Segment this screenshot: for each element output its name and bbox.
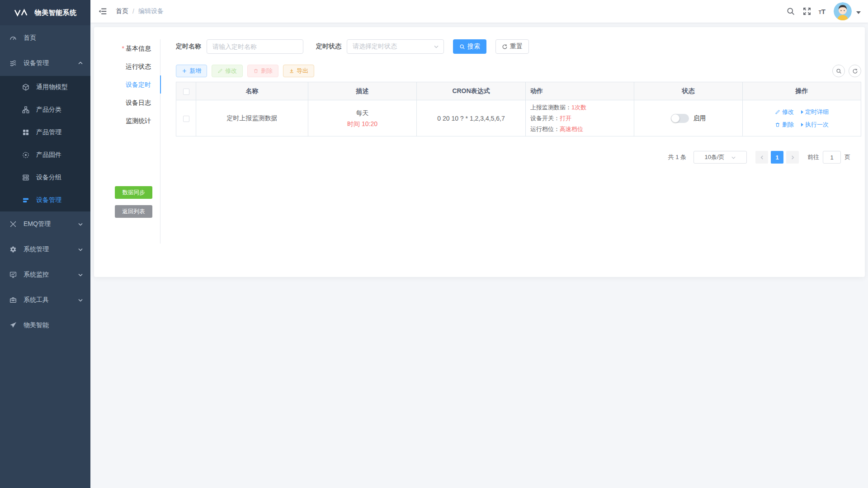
timer-name-label: 定时名称: [176, 42, 201, 51]
data-sync-button[interactable]: 数据同步: [115, 186, 152, 199]
cell-ops: 修改 定时详细 删除: [743, 100, 861, 136]
row-delete-label: 删除: [782, 121, 794, 129]
breadcrumb-home[interactable]: 首页: [116, 7, 128, 15]
table-header-row: 名称 描述 CRON表达式 动作 状态 操作: [176, 82, 861, 100]
row-delete-link[interactable]: 删除: [775, 121, 794, 129]
sidebar-item-home[interactable]: 首页: [0, 25, 90, 51]
sidebar-item-device-list[interactable]: 设备管理: [0, 189, 90, 211]
toggle-search-button[interactable]: [832, 65, 845, 77]
col-header-name: 名称: [196, 82, 308, 100]
user-menu[interactable]: [834, 2, 861, 20]
page-size-select[interactable]: 10条/页: [693, 151, 747, 164]
caret-right-icon: [801, 110, 803, 114]
gear-icon: [9, 245, 17, 253]
sidebar-item-thing-model[interactable]: 通用物模型: [0, 76, 90, 99]
sidebar-item-system-monitor[interactable]: 系统监控: [0, 262, 90, 287]
sidebar-item-product-category[interactable]: 产品分类: [0, 99, 90, 121]
prev-page-button[interactable]: [755, 151, 768, 164]
breadcrumb-separator: /: [132, 8, 134, 15]
status-toggle[interactable]: [671, 114, 689, 123]
topbar: 首页 / 编辑设备 TT: [90, 0, 868, 23]
edit-button[interactable]: 修改: [212, 65, 243, 77]
sidebar-menu: 首页 设备管理 通用物模型: [0, 25, 90, 338]
sidebar-item-device-group[interactable]: 设备分组: [0, 166, 90, 189]
device-management-submenu: 通用物模型 产品分类 产品管理: [0, 76, 90, 211]
timer-table: 名称 描述 CRON表达式 动作 状态 操作 定时上报监测数据: [176, 82, 861, 136]
target-icon: [22, 151, 30, 159]
reset-button[interactable]: 重置: [495, 39, 529, 54]
cell-status: 启用: [634, 100, 743, 136]
timer-panel: 定时名称 定时状态 请选择定时状态 搜索: [160, 39, 865, 277]
col-header-action: 动作: [526, 82, 634, 100]
action-value: 高速档位: [560, 126, 583, 132]
tab-basic-info[interactable]: *基本信息: [94, 39, 160, 57]
next-page-button[interactable]: [786, 151, 799, 164]
goto-page-input[interactable]: [823, 151, 841, 164]
row-run-once-link[interactable]: 执行一次: [801, 121, 829, 129]
search-button[interactable]: 搜索: [453, 39, 486, 54]
refresh-button[interactable]: [849, 65, 861, 77]
sidebar-item-label: 产品分类: [36, 106, 83, 114]
row-timer-detail-link[interactable]: 定时详细: [801, 108, 829, 116]
back-to-list-button[interactable]: 返回列表: [115, 205, 152, 218]
export-button-label: 导出: [297, 67, 308, 75]
logo[interactable]: 物美智能系统: [0, 0, 90, 25]
sidebar-item-label: 系统工具: [24, 296, 78, 304]
tab-running-status[interactable]: 运行状态: [94, 57, 160, 75]
fullscreen-icon[interactable]: [802, 7, 811, 16]
select-placeholder: 请选择定时状态: [353, 42, 397, 51]
select-all-checkbox[interactable]: [183, 89, 189, 95]
sidebar-item-system-tools[interactable]: 系统工具: [0, 287, 90, 313]
timer-name-input[interactable]: [207, 39, 303, 54]
tab-device-log[interactable]: 设备日志: [94, 94, 160, 112]
delete-button[interactable]: 删除: [247, 65, 278, 77]
sidebar: 物美智能系统 首页 设备管理: [0, 0, 90, 488]
edit-device-card: *基本信息 运行状态 设备定时 设备日志 监测统计 数据同步: [94, 27, 865, 277]
sidebar-item-product-firmware[interactable]: 产品固件: [0, 144, 90, 166]
pagination: 共 1 条 10条/页 1: [176, 151, 861, 164]
sidebar-item-label: 物美智能: [24, 321, 83, 329]
timer-status-select[interactable]: 请选择定时状态: [347, 39, 444, 54]
table-toolbar: 新增 修改 删除 导出: [176, 65, 861, 77]
export-button[interactable]: 导出: [283, 65, 314, 77]
tab-device-timer[interactable]: 设备定时: [94, 75, 160, 94]
action-label: 运行档位：: [530, 126, 560, 132]
row-edit-link[interactable]: 修改: [775, 108, 794, 116]
sidebar-item-product-management[interactable]: 产品管理: [0, 121, 90, 144]
row-checkbox[interactable]: [183, 116, 189, 122]
tab-label: 基本信息: [126, 45, 151, 52]
desc-time: 时间 10:20: [308, 118, 416, 129]
tab-monitor-stats[interactable]: 监测统计: [94, 112, 160, 130]
monitor-icon: [9, 271, 17, 279]
action-value: 1次数: [571, 104, 586, 111]
add-button[interactable]: 新增: [176, 65, 207, 77]
font-size-icon[interactable]: TT: [819, 8, 826, 15]
chevron-down-icon: [78, 247, 83, 252]
col-header-cron: CRON表达式: [417, 82, 526, 100]
action-label: 上报监测数据：: [530, 104, 571, 111]
cell-name: 定时上报监测数据: [196, 100, 308, 136]
sidebar-item-device-management[interactable]: 设备管理: [0, 51, 90, 76]
node-x-icon: [9, 220, 17, 228]
paper-plane-icon: [9, 321, 17, 329]
tab-label: 监测统计: [126, 117, 151, 124]
header-search-icon[interactable]: [786, 7, 795, 16]
sidebar-item-label: 产品管理: [36, 128, 83, 136]
caret-down-icon: [856, 11, 861, 14]
sidebar-item-emq-management[interactable]: EMQ管理: [0, 211, 90, 237]
action-value: 打开: [560, 115, 571, 122]
toolbox-icon: [9, 296, 17, 304]
add-button-label: 新增: [189, 67, 201, 75]
avatar[interactable]: [834, 2, 852, 20]
action-line: 上报监测数据：1次数: [530, 102, 634, 113]
tab-label: 运行状态: [126, 63, 151, 70]
sitemap-icon: [22, 106, 30, 114]
sidebar-item-system-management[interactable]: 系统管理: [0, 237, 90, 262]
page-background: *基本信息 运行状态 设备定时 设备日志 监测统计 数据同步: [90, 23, 868, 488]
sidebar-item-wumei-smart[interactable]: 物美智能: [0, 313, 90, 338]
cell-actions: 上报监测数据：1次数 设备开关：打开 运行档位：高速档位: [526, 100, 634, 136]
chevron-down-icon: [78, 297, 83, 303]
page-number-1[interactable]: 1: [771, 151, 783, 164]
cell-desc: 每天 时间 10:20: [308, 100, 417, 136]
sidebar-fold-icon[interactable]: [98, 6, 108, 16]
